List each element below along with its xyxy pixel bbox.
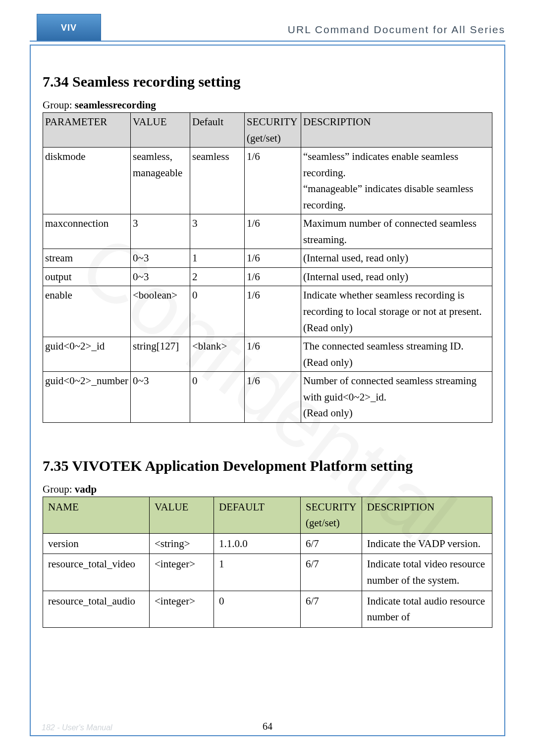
- table-cell: Indicate whether seamless recording is r…: [301, 286, 492, 337]
- group-prefix: Group:: [43, 99, 75, 111]
- table-cell: (Internal used, read only): [301, 267, 492, 286]
- table-cell: <integer>: [150, 591, 214, 627]
- table-cell: 1/6: [245, 337, 301, 372]
- table-cell: 1.1.0.0: [214, 533, 301, 554]
- logo-text: VIV: [61, 23, 77, 33]
- table-cell: 1/6: [245, 249, 301, 268]
- col-parameter: PARAMETER: [43, 113, 131, 148]
- group-name: seamlessrecording: [75, 99, 156, 111]
- table-header-row: NAME VALUE DEFAULT SECURITY(get/set) DES…: [43, 497, 492, 533]
- table-cell: <boolean>: [131, 286, 190, 337]
- col-value: VALUE: [150, 497, 214, 533]
- content-frame: Confidential 7.34 Seamless recording set…: [30, 45, 505, 736]
- col-default: Default: [190, 113, 245, 148]
- col-security: SECURITY(get/set): [301, 497, 362, 533]
- table-cell: 3: [131, 214, 190, 249]
- table-cell: 1/6: [245, 372, 301, 423]
- table-cell: <string>: [150, 533, 214, 554]
- table-cell: resource_total_video: [43, 554, 150, 591]
- page: VIV URL Command Document for All Series …: [0, 0, 535, 756]
- col-value: VALUE: [131, 113, 190, 148]
- table-cell: maxconnection: [43, 214, 131, 249]
- table-cell: The connected seamless streaming ID. (Re…: [301, 337, 492, 372]
- table-row: maxconnection331/6Maximum number of conn…: [43, 214, 492, 249]
- table-cell: diskmode: [43, 148, 131, 214]
- table-cell: seamless: [190, 148, 245, 214]
- table-cell: string[127]: [131, 337, 190, 372]
- table-header-row: PARAMETER VALUE Default SECURITY(get/set…: [43, 113, 492, 148]
- group-name: vadp: [75, 483, 97, 495]
- table-cell: 0: [214, 591, 301, 627]
- header-divider: [30, 41, 505, 42]
- table-row: resource_total_video<integer>16/7Indicat…: [43, 554, 492, 591]
- col-name: NAME: [43, 497, 150, 533]
- table-row: version<string>1.1.0.06/7Indicate the VA…: [43, 533, 492, 554]
- table-cell: 2: [190, 267, 245, 286]
- table-cell: “seamless” indicates enable seamless rec…: [301, 148, 492, 214]
- table-cell: 0: [190, 286, 245, 337]
- table-row: resource_total_audio<integer>06/7Indicat…: [43, 591, 492, 627]
- group-line-735: Group: vadp: [43, 483, 492, 496]
- table-cell: guid<0~2>_id: [43, 337, 131, 372]
- table-row: diskmodeseamless, manageableseamless1/6“…: [43, 148, 492, 214]
- table-cell: 0~3: [131, 372, 190, 423]
- col-security: SECURITY(get/set): [245, 113, 301, 148]
- table-row: output0~321/6(Internal used, read only): [43, 267, 492, 286]
- table-vadp: NAME VALUE DEFAULT SECURITY(get/set) DES…: [43, 497, 492, 628]
- table-cell: 6/7: [301, 554, 362, 591]
- table-cell: seamless, manageable: [131, 148, 190, 214]
- table-cell: (Internal used, read only): [301, 249, 492, 268]
- table-cell: 1/6: [245, 286, 301, 337]
- table-cell: 0~3: [131, 267, 190, 286]
- brand-logo: VIV: [37, 14, 101, 42]
- table-cell: output: [43, 267, 131, 286]
- table-row: guid<0~2>_number0~301/6Number of connect…: [43, 372, 492, 423]
- group-prefix: Group:: [43, 483, 75, 495]
- section-heading-734: 7.34 Seamless recording setting: [43, 73, 492, 90]
- table-cell: Maximum number of connected seamless str…: [301, 214, 492, 249]
- table-cell: Indicate total video resource number of …: [362, 554, 492, 591]
- table-cell: 1/6: [245, 148, 301, 214]
- table-cell: Number of connected seamless streaming w…: [301, 372, 492, 423]
- doc-title: URL Command Document for All Series: [288, 24, 505, 36]
- section-heading-735: 7.35 VIVOTEK Application Development Pla…: [43, 457, 492, 474]
- table-seamlessrecording: PARAMETER VALUE Default SECURITY(get/set…: [43, 112, 492, 423]
- table-row: stream0~311/6(Internal used, read only): [43, 249, 492, 268]
- table-cell: Indicate total audio resource number of: [362, 591, 492, 627]
- table-cell: 1: [190, 249, 245, 268]
- col-description: DESCRIPTION: [362, 497, 492, 533]
- col-default: DEFAULT: [214, 497, 301, 533]
- table-cell: 1/6: [245, 267, 301, 286]
- table-cell: resource_total_audio: [43, 591, 150, 627]
- table-cell: <blank>: [190, 337, 245, 372]
- table-row: enable<boolean>01/6Indicate whether seam…: [43, 286, 492, 337]
- col-description: DESCRIPTION: [301, 113, 492, 148]
- table-cell: version: [43, 533, 150, 554]
- table-cell: <integer>: [150, 554, 214, 591]
- table-cell: enable: [43, 286, 131, 337]
- table-cell: 1: [214, 554, 301, 591]
- table-cell: 1/6: [245, 214, 301, 249]
- table-cell: 0~3: [131, 249, 190, 268]
- table-cell: 6/7: [301, 533, 362, 554]
- table-cell: Indicate the VADP version.: [362, 533, 492, 554]
- group-line-734: Group: seamlessrecording: [43, 99, 492, 111]
- table-cell: 0: [190, 372, 245, 423]
- table-cell: guid<0~2>_number: [43, 372, 131, 423]
- table-row: guid<0~2>_idstring[127]<blank>1/6The con…: [43, 337, 492, 372]
- table-cell: stream: [43, 249, 131, 268]
- table-cell: 6/7: [301, 591, 362, 627]
- table-cell: 3: [190, 214, 245, 249]
- footer-page-number: 64: [0, 721, 535, 732]
